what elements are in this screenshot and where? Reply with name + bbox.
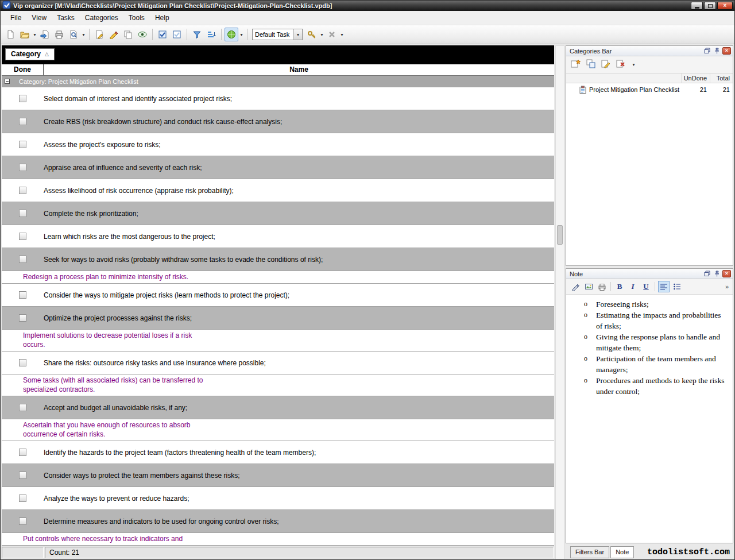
column-header-total[interactable]: Total xyxy=(710,74,733,83)
task-row[interactable]: Appraise area of influence and severity … xyxy=(2,156,554,179)
task-checkbox[interactable] xyxy=(19,210,26,217)
note-row[interactable]: Redesign a process plan to minimize inte… xyxy=(2,271,554,284)
task-checkbox[interactable] xyxy=(19,291,26,299)
task-checkbox[interactable] xyxy=(19,256,26,263)
task-row[interactable]: Learn which risks are the most dangerous… xyxy=(2,225,554,248)
group-row[interactable]: Category: Project Mitigation Plan Checkl… xyxy=(2,76,554,87)
note-row[interactable]: Ascertain that you have enough of resour… xyxy=(2,419,554,441)
combo-dropdown-icon[interactable]: ▾ xyxy=(293,29,302,40)
pin-panel-icon[interactable] xyxy=(713,270,721,277)
edit-task-button[interactable] xyxy=(107,28,121,41)
align-left-button[interactable] xyxy=(658,281,670,292)
column-header-done[interactable]: Done xyxy=(2,64,44,75)
column-header-name[interactable]: Name xyxy=(44,64,554,75)
task-checkbox[interactable] xyxy=(19,95,26,102)
bullet-list-button[interactable] xyxy=(671,281,683,292)
task-row[interactable]: Create RBS (risk breakdown structure) an… xyxy=(2,110,554,133)
task-row[interactable]: Consider the ways to mitigate project ri… xyxy=(2,284,554,307)
task-checkbox[interactable] xyxy=(19,187,26,194)
add-task-button[interactable] xyxy=(92,28,106,41)
task-checkbox[interactable] xyxy=(19,233,26,240)
add-category-button[interactable] xyxy=(571,59,581,70)
uncomplete-task-button[interactable] xyxy=(170,28,184,41)
menu-view[interactable]: View xyxy=(26,11,52,24)
print-preview-button[interactable] xyxy=(67,28,80,41)
close-button[interactable]: × xyxy=(717,2,733,10)
note-row[interactable]: Some tasks (with all associated risks) c… xyxy=(2,374,554,396)
column-header-undone[interactable]: UnDone xyxy=(681,74,710,83)
categories-name-column[interactable] xyxy=(566,74,681,83)
task-checkbox[interactable] xyxy=(19,359,26,366)
note-row[interactable]: Put controls where necessary to track in… xyxy=(2,533,554,546)
task-checkbox[interactable] xyxy=(19,404,26,411)
task-checkbox[interactable] xyxy=(19,495,26,502)
task-row[interactable]: Optimize the project processes against t… xyxy=(2,307,554,330)
add-subcategory-button[interactable] xyxy=(586,59,596,70)
menu-tasks[interactable]: Tasks xyxy=(52,11,80,24)
permissions-dropdown-icon[interactable]: ▾ xyxy=(319,32,324,37)
task-checkbox[interactable] xyxy=(19,314,26,322)
title-bar[interactable]: Vip organizer [M:\Vlad\Checklists\Projec… xyxy=(1,1,734,11)
view-mode-button[interactable] xyxy=(225,28,238,41)
task-row[interactable]: Analyze the ways to prevent or reduce ha… xyxy=(2,487,554,510)
task-row[interactable]: Accept and budget all unavoidable risks,… xyxy=(2,396,554,419)
category-list-item[interactable]: Project Mitigation Plan Checklist 21 21 xyxy=(566,84,733,94)
pin-panel-icon[interactable] xyxy=(713,47,721,55)
task-row[interactable]: Consider ways to protect the team member… xyxy=(2,464,554,487)
edit-note-button[interactable] xyxy=(570,281,581,292)
delete-button[interactable] xyxy=(325,28,339,41)
print-button[interactable] xyxy=(52,28,66,41)
new-database-button[interactable] xyxy=(3,28,17,41)
task-row[interactable]: Select domain of interest and identify a… xyxy=(2,87,554,110)
open-dropdown-icon[interactable]: ▾ xyxy=(32,32,37,37)
open-database-button[interactable] xyxy=(18,28,32,41)
note-editor[interactable]: Foreseeing risks; Estimating the impacts… xyxy=(566,295,733,543)
task-checkbox[interactable] xyxy=(19,141,26,148)
print-note-button[interactable] xyxy=(596,281,608,292)
task-row[interactable]: Share the risks: outsource risky tasks a… xyxy=(2,352,554,374)
view-notes-button[interactable] xyxy=(136,28,149,41)
maximize-button[interactable] xyxy=(704,2,716,10)
collapse-group-icon[interactable] xyxy=(5,79,10,84)
view-mode-dropdown-icon[interactable]: ▾ xyxy=(239,32,244,37)
menu-file[interactable]: File xyxy=(5,11,26,24)
task-row[interactable]: Seek for ways to avoid risks (probably w… xyxy=(2,248,554,271)
export-button[interactable] xyxy=(38,28,52,41)
scrollbar-thumb[interactable] xyxy=(557,225,563,245)
italic-button[interactable]: I xyxy=(627,281,639,292)
categories-toolbar-dropdown-icon[interactable]: ▾ xyxy=(631,62,636,67)
edit-category-button[interactable] xyxy=(601,59,611,70)
tab-note[interactable]: Note xyxy=(610,546,634,558)
permissions-button[interactable] xyxy=(305,28,319,41)
bold-button[interactable]: B xyxy=(614,281,625,292)
filter-button[interactable] xyxy=(190,28,204,41)
toolbar-overflow-icon[interactable]: » xyxy=(724,283,730,290)
task-row[interactable]: Assess the project's exposure to risks; xyxy=(2,133,554,156)
restore-panel-icon[interactable] xyxy=(703,270,711,277)
menu-tools[interactable]: Tools xyxy=(123,11,150,24)
task-row[interactable]: Complete the risk prioritization; xyxy=(2,202,554,225)
task-checkbox[interactable] xyxy=(19,449,26,456)
duplicate-task-button[interactable] xyxy=(121,28,135,41)
tab-filters-bar[interactable]: Filters Bar xyxy=(570,546,609,558)
underline-button[interactable]: U xyxy=(640,281,652,292)
delete-category-button[interactable] xyxy=(616,59,626,70)
category-sort-button[interactable]: Category △ xyxy=(5,48,55,60)
task-row[interactable]: Determine measures and indicators to be … xyxy=(2,510,554,533)
task-checkbox[interactable] xyxy=(19,118,26,125)
minimize-button[interactable] xyxy=(691,2,703,10)
restore-panel-icon[interactable] xyxy=(703,47,711,55)
close-panel-icon[interactable]: × xyxy=(722,47,731,55)
menu-help[interactable]: Help xyxy=(150,11,175,24)
task-checkbox[interactable] xyxy=(19,164,26,171)
print-dropdown-icon[interactable]: ▾ xyxy=(81,32,86,37)
default-task-select[interactable]: Default Task ▾ xyxy=(252,29,303,40)
task-checkbox[interactable] xyxy=(19,472,26,479)
sort-button-toolbar[interactable] xyxy=(204,28,218,41)
menu-categories[interactable]: Categories xyxy=(80,11,123,24)
complete-task-button[interactable] xyxy=(156,28,169,41)
note-row[interactable]: Implement solutions to decrease potentia… xyxy=(2,330,554,352)
insert-image-button[interactable] xyxy=(583,281,594,292)
task-checkbox[interactable] xyxy=(19,517,26,525)
task-row[interactable]: Assess likelihood of risk occurrence (ap… xyxy=(2,179,554,202)
